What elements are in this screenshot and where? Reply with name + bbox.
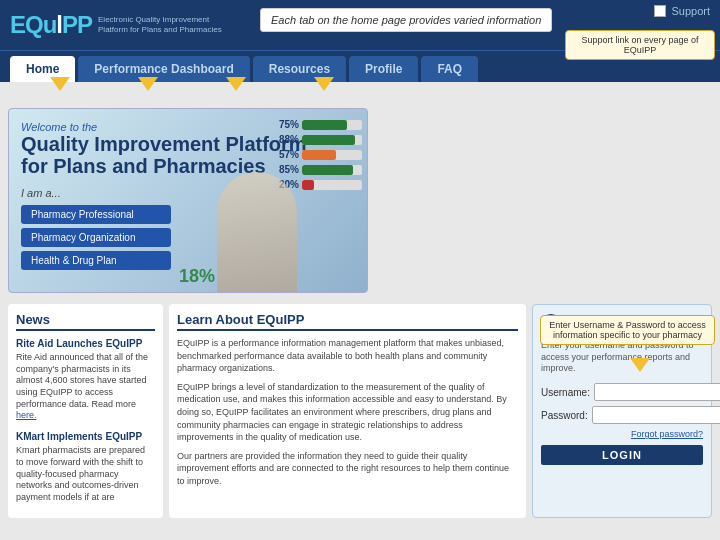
stat-bg-0 xyxy=(302,120,362,130)
page-wrapper: EQulPP Electronic Quality Improvement Pl… xyxy=(0,0,720,540)
stat-label-0: 75% xyxy=(279,119,299,130)
support-callout: Support link on every page of EQuIPP xyxy=(565,30,715,60)
stat-fill-4 xyxy=(302,180,314,190)
stat-fill-3 xyxy=(302,165,353,175)
news-item-0: Rite Aid Launches EQuIPP Rite Aid announ… xyxy=(16,337,155,422)
news-item-1-text: Kmart pharmacists are prepared to move f… xyxy=(16,445,155,503)
stat-fill-1 xyxy=(302,135,355,145)
hero-title: Quality Improvement Platform for Plans a… xyxy=(21,133,307,177)
news-item-1: KMart Implements EQuIPP Kmart pharmacist… xyxy=(16,430,155,503)
news-item-0-text: Rite Aid announced that all of the compa… xyxy=(16,352,155,422)
main-content: Welcome to the Quality Improvement Platf… xyxy=(0,104,720,304)
learn-panel: Learn About EQuIPP EQuIPP is a performan… xyxy=(169,304,526,518)
forgot-password-link[interactable]: Forgot password? xyxy=(541,429,703,439)
learn-title: Learn About EQuIPP xyxy=(177,312,518,331)
stat-bg-3 xyxy=(302,165,362,175)
support-checkbox xyxy=(654,5,666,17)
news-item-0-link[interactable]: here. xyxy=(16,410,37,420)
password-label: Password: xyxy=(541,410,588,421)
arrows-container xyxy=(50,77,334,91)
stat-bg-4 xyxy=(302,180,362,190)
password-row: Password: xyxy=(541,406,703,424)
learn-para3: Our partners are provided the informatio… xyxy=(177,450,518,488)
password-input[interactable] xyxy=(592,406,720,424)
arrow-performance xyxy=(138,77,158,91)
news-item-0-title: Rite Aid Launches EQuIPP xyxy=(16,337,155,350)
header-tooltip: Each tab on the home page provides varie… xyxy=(260,8,552,32)
tab-faq[interactable]: FAQ xyxy=(421,56,478,82)
learn-para1: EQuIPP is a performance information mana… xyxy=(177,337,518,375)
news-item-1-title: KMart Implements EQuIPP xyxy=(16,430,155,443)
news-panel: News Rite Aid Launches EQuIPP Rite Aid a… xyxy=(8,304,163,518)
hero-banner: Welcome to the Quality Improvement Platf… xyxy=(8,108,368,293)
username-input[interactable] xyxy=(594,383,720,401)
btn-pharmacy-organization[interactable]: Pharmacy Organization xyxy=(21,228,171,247)
stat-fill-0 xyxy=(302,120,347,130)
logo: EQulPP xyxy=(10,11,92,39)
login-callout-arrow xyxy=(630,358,650,372)
btn-pharmacy-professional[interactable]: Pharmacy Professional xyxy=(21,205,171,224)
arrows-row: Support link on every page of EQuIPP xyxy=(0,82,720,104)
news-title: News xyxy=(16,312,155,331)
arrow-home xyxy=(50,77,70,91)
stat-bg-1 xyxy=(302,135,362,145)
support-link-area: Support xyxy=(654,5,710,17)
arrow-profile xyxy=(314,77,334,91)
stat-row-3: 85% xyxy=(279,164,362,175)
logo-tagline: Electronic Quality Improvement Platform … xyxy=(98,15,222,34)
username-row: Username: xyxy=(541,383,703,401)
arrow-resources xyxy=(226,77,246,91)
login-callout: Enter Username & Password to access info… xyxy=(540,315,715,345)
learn-para2: EQuIPP brings a level of standardization… xyxy=(177,381,518,444)
stats-bars: 75% 88% 57% xyxy=(279,119,362,190)
login-subtitle: Enter your username and password to acce… xyxy=(541,340,703,375)
stat-label-2: 57% xyxy=(279,149,299,160)
pct-overlay: 18% xyxy=(179,266,215,287)
hero-person xyxy=(217,172,297,292)
stat-fill-2 xyxy=(302,150,336,160)
stat-row-0: 75% xyxy=(279,119,362,130)
hero-welcome: Welcome to the xyxy=(21,121,307,133)
stat-row-1: 88% xyxy=(279,134,362,145)
tab-profile[interactable]: Profile xyxy=(349,56,418,82)
stat-row-4: 20% xyxy=(279,179,362,190)
logo-area: EQulPP Electronic Quality Improvement Pl… xyxy=(10,11,222,39)
stat-label-1: 88% xyxy=(279,134,299,145)
support-link-text[interactable]: Support xyxy=(671,5,710,17)
stat-label-3: 85% xyxy=(279,164,299,175)
stat-bg-2 xyxy=(302,150,362,160)
login-button[interactable]: LOGIN xyxy=(541,445,703,465)
username-label: Username: xyxy=(541,387,590,398)
stat-row-2: 57% xyxy=(279,149,362,160)
btn-health-drug-plan[interactable]: Health & Drug Plan xyxy=(21,251,171,270)
